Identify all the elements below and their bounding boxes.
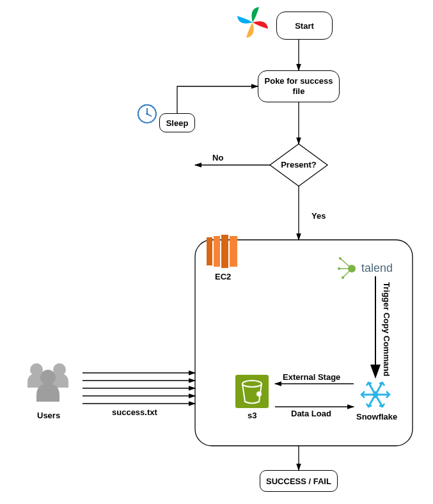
snowflake-label: Snowflake	[356, 412, 397, 421]
poke-label: Poke for success file	[258, 76, 339, 96]
ec2-label: EC2	[215, 272, 231, 281]
start-label: Start	[295, 21, 314, 31]
result-node: SUCCESS / FAIL	[260, 470, 338, 492]
decision-label: Present?	[281, 160, 317, 169]
users-label: Users	[37, 411, 60, 420]
svg-point-26	[342, 276, 344, 279]
talend-icon	[338, 255, 359, 276]
ec2-icon	[207, 235, 237, 268]
data-load-label: Data Load	[291, 409, 331, 418]
external-stage-label: External Stage	[283, 372, 340, 382]
result-label: SUCCESS / FAIL	[266, 476, 331, 486]
successtxt-label: success.txt	[112, 407, 157, 417]
users-icon	[28, 362, 68, 403]
no-label: No	[212, 153, 223, 162]
pinwheel-icon	[242, 10, 266, 34]
talend-label: talend	[361, 262, 393, 275]
s3-label: s3	[248, 411, 256, 420]
s3-icon	[235, 375, 269, 408]
yes-label: Yes	[311, 211, 326, 221]
sleep-node: Sleep	[159, 113, 195, 132]
snowflake-icon	[361, 381, 390, 409]
start-node: Start	[276, 12, 333, 40]
trigger-label: Trigger Copy Command	[382, 281, 391, 377]
sleep-label: Sleep	[166, 118, 189, 128]
poke-node: Poke for success file	[258, 70, 340, 102]
clock-icon	[138, 105, 156, 123]
